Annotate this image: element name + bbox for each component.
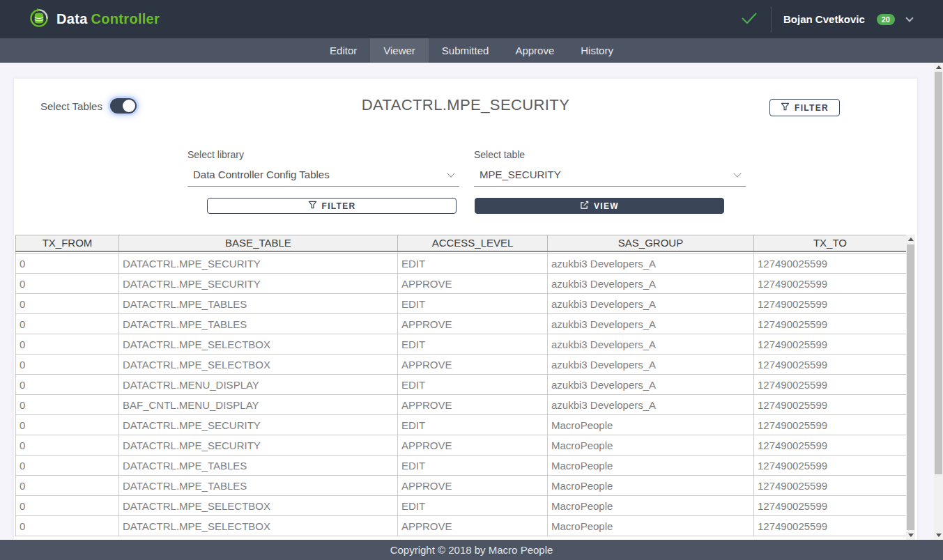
table-row[interactable]: 0DATACTRL.MPE_TABLESEDITMacroPeople12749… <box>16 456 907 476</box>
table-row[interactable]: 0DATACTRL.MPE_SELECTBOXAPPROVEazukbi3 De… <box>16 355 907 375</box>
table-cell: DATACTRL.MPE_SECURITY <box>119 435 398 456</box>
table-cell: APPROVE <box>398 435 548 456</box>
tab-submitted[interactable]: Submitted <box>429 38 503 63</box>
app-header: DataController Bojan Cvetkovic 20 <box>0 0 943 38</box>
column-header-tx_from[interactable]: TX_FROM <box>16 235 119 251</box>
check-icon <box>739 10 759 29</box>
table-cell: 127490025599 <box>754 496 907 516</box>
table-cell: 0 <box>16 395 119 415</box>
page-scrollbar-thumb[interactable] <box>935 72 942 474</box>
table-cell: 127490025599 <box>754 355 907 375</box>
table-cell: azukbi3 Developers_A <box>548 274 754 294</box>
chevron-down-icon[interactable] <box>905 14 913 22</box>
table-cell: 127490025599 <box>754 476 907 496</box>
library-select[interactable]: Data Controller Config Tables <box>187 167 459 187</box>
table-cell: DATACTRL.MPE_TABLES <box>119 314 398 334</box>
tab-approve[interactable]: Approve <box>502 38 567 63</box>
table-cell: 127490025599 <box>754 314 907 334</box>
user-name[interactable]: Bojan Cvetkovic <box>783 13 865 25</box>
filter-button-top[interactable]: FILTER <box>769 99 840 116</box>
table-row[interactable]: 0DATACTRL.MPE_SECURITYEDITazukbi3 Develo… <box>16 254 907 274</box>
edit-box-icon <box>580 201 589 212</box>
table-cell: BAF_CNTL.MENU_DISPLAY <box>119 395 398 415</box>
tab-viewer[interactable]: Viewer <box>370 38 429 63</box>
table-select[interactable]: MPE_SECURITY <box>474 167 746 187</box>
table-cell: DATACTRL.MPE_SECURITY <box>119 274 398 294</box>
brand-name: DataController <box>56 11 160 27</box>
tab-history[interactable]: History <box>567 38 627 63</box>
table-cell: azukbi3 Developers_A <box>548 254 754 274</box>
table-cell: 127490025599 <box>754 334 907 355</box>
scroll-down-icon[interactable] <box>934 531 943 540</box>
funnel-icon <box>308 201 317 212</box>
table-row[interactable]: 0DATACTRL.MPE_SECURITYEDITMacroPeople127… <box>16 415 907 435</box>
table-cell: MacroPeople <box>548 415 754 435</box>
table-cell: azukbi3 Developers_A <box>548 294 754 314</box>
table-cell: DATACTRL.MPE_SELECTBOX <box>119 355 398 375</box>
scroll-down-icon[interactable] <box>906 531 915 540</box>
table-cell: DATACTRL.MPE_TABLES <box>119 476 398 496</box>
tab-editor[interactable]: Editor <box>316 38 370 63</box>
chevron-down-icon <box>733 169 741 177</box>
copyright-text: Copyright © 2018 by Macro People <box>390 544 553 556</box>
table-cell: MacroPeople <box>548 476 754 496</box>
table-cell: 127490025599 <box>754 456 907 476</box>
table-cell: 0 <box>16 355 119 375</box>
select-table-label: Select table <box>474 149 746 160</box>
table-cell: APPROVE <box>398 395 548 415</box>
table-cell: MacroPeople <box>548 516 754 536</box>
table-cell: 127490025599 <box>754 254 907 274</box>
table-cell: APPROVE <box>398 355 548 375</box>
main-nav: EditorViewerSubmittedApproveHistory <box>0 38 943 63</box>
table-cell: 0 <box>16 415 119 435</box>
table-cell: DATACTRL.MPE_SELECTBOX <box>119 496 398 516</box>
table-row[interactable]: 0DATACTRL.MPE_SELECTBOXAPPROVEMacroPeopl… <box>16 516 907 536</box>
column-header-tx_to[interactable]: TX_TO <box>754 235 907 251</box>
table-cell: EDIT <box>398 415 548 435</box>
table-row[interactable]: 0DATACTRL.MPE_SECURITYAPPROVEMacroPeople… <box>16 435 907 456</box>
table-cell: 127490025599 <box>754 274 907 294</box>
funnel-icon <box>781 102 790 114</box>
table-cell: azukbi3 Developers_A <box>548 375 754 395</box>
filter-button[interactable]: FILTER <box>207 198 457 214</box>
table-cell: 0 <box>16 375 119 395</box>
app-logo[interactable]: DataController <box>28 7 160 32</box>
table-row[interactable]: 0DATACTRL.MPE_TABLESAPPROVEMacroPeople12… <box>16 476 907 496</box>
table-cell: 0 <box>16 435 119 456</box>
table-cell: EDIT <box>398 496 548 516</box>
column-header-sas_group[interactable]: SAS_GROUP <box>548 235 754 251</box>
table-cell: 0 <box>16 496 119 516</box>
table-cell: MacroPeople <box>548 456 754 476</box>
grid-scrollbar[interactable] <box>906 235 915 540</box>
table-cell: 0 <box>16 456 119 476</box>
content-card: Select Tables DATACTRL.MPE_SECURITY FILT… <box>14 79 917 540</box>
table-cell: 0 <box>16 274 119 294</box>
table-row[interactable]: 0DATACTRL.MENU_DISPLAYEDITazukbi3 Develo… <box>16 375 907 395</box>
scroll-up-icon[interactable] <box>906 235 915 244</box>
page-scrollbar[interactable] <box>934 63 943 540</box>
column-header-base_table[interactable]: BASE_TABLE <box>119 235 398 251</box>
table-cell: 0 <box>16 476 119 496</box>
grid-scrollbar-thumb[interactable] <box>907 244 914 530</box>
table-cell: APPROVE <box>398 274 548 294</box>
view-button[interactable]: VIEW <box>475 198 724 214</box>
scroll-up-icon[interactable] <box>934 63 943 72</box>
table-row[interactable]: 0DATACTRL.MPE_TABLESEDITazukbi3 Develope… <box>16 294 907 314</box>
table-row[interactable]: 0DATACTRL.MPE_TABLESAPPROVEazukbi3 Devel… <box>16 314 907 334</box>
table-row[interactable]: 0DATACTRL.MPE_SELECTBOXEDITMacroPeople12… <box>16 496 907 516</box>
column-header-access_level[interactable]: ACCESS_LEVEL <box>398 235 548 251</box>
table-cell: APPROVE <box>398 516 548 536</box>
table-cell: 127490025599 <box>754 516 907 536</box>
table-cell: DATACTRL.MPE_TABLES <box>119 294 398 314</box>
table-row[interactable]: 0DATACTRL.MPE_SECURITYAPPROVEazukbi3 Dev… <box>16 274 907 294</box>
table-cell: MacroPeople <box>548 496 754 516</box>
table-row[interactable]: 0DATACTRL.MPE_SELECTBOXEDITazukbi3 Devel… <box>16 334 907 355</box>
table-cell: azukbi3 Developers_A <box>548 314 754 334</box>
table-row[interactable]: 0BAF_CNTL.MENU_DISPLAYAPPROVEazukbi3 Dev… <box>16 395 907 415</box>
table-cell: 0 <box>16 516 119 536</box>
table-cell: DATACTRL.MPE_SELECTBOX <box>119 334 398 355</box>
table-cell: EDIT <box>398 456 548 476</box>
table-cell: APPROVE <box>398 476 548 496</box>
notification-badge[interactable]: 20 <box>877 14 895 25</box>
table-cell: EDIT <box>398 254 548 274</box>
